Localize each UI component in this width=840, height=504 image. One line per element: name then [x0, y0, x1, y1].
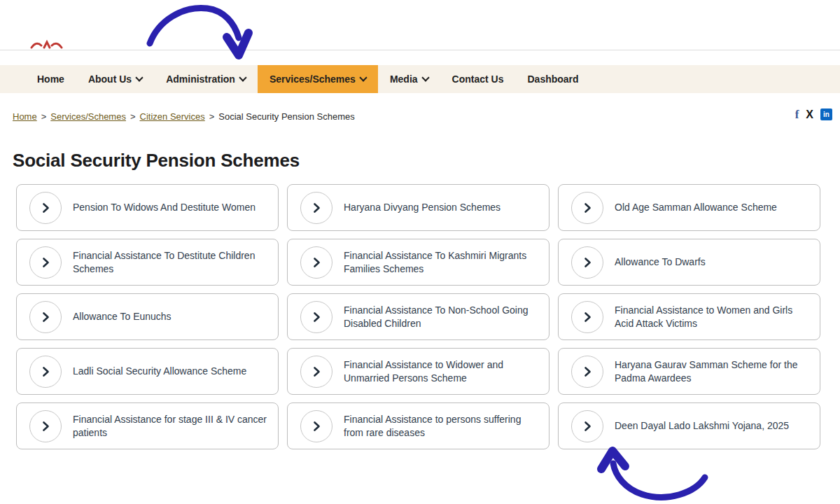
annotation-arrow-services-schemes: [139, 1, 261, 68]
scheme-card-label: Financial Assistance to Women and Girls …: [615, 304, 811, 330]
breadcrumb-separator: >: [130, 111, 136, 122]
nav-item-about-us[interactable]: About Us: [76, 65, 154, 93]
scheme-card-acid-attack-victims[interactable]: Financial Assistance to Women and Girls …: [558, 293, 820, 340]
scheme-card-gaurav-samman-padma[interactable]: Haryana Gaurav Samman Scheme for the Pad…: [558, 348, 820, 395]
chevron-right-icon: [300, 192, 332, 224]
nav-item-contact-us[interactable]: Contact Us: [440, 65, 516, 93]
nav-label: About Us: [88, 74, 132, 85]
social-share-bar: f X in: [795, 108, 832, 120]
chevron-right-icon: [29, 356, 62, 388]
nav-item-services-schemes[interactable]: Services/Schemes: [258, 65, 378, 93]
scheme-card-divyang-pension[interactable]: Haryana Divyang Pension Schemes: [287, 184, 550, 231]
breadcrumb-link-citizen-services[interactable]: Citizen Services: [140, 111, 205, 122]
chevron-right-icon: [300, 410, 332, 442]
scheme-card-label: Financial Assistance to persons sufferin…: [344, 413, 540, 440]
chevron-right-icon: [571, 301, 603, 333]
scheme-card-allowance-eunuchs[interactable]: Allowance To Eunuchs: [16, 293, 279, 340]
nav-label: Administration: [166, 74, 235, 85]
scheme-card-kashmiri-migrants[interactable]: Financial Assistance To Kashmiri Migrant…: [287, 239, 550, 286]
scheme-card-label: Haryana Divyang Pension Schemes: [344, 201, 500, 214]
nav-item-dashboard[interactable]: Dashboard: [515, 65, 590, 93]
page: Home About Us Administration Services/Sc…: [0, 0, 840, 504]
nav-label: Home: [37, 74, 64, 85]
linkedin-icon[interactable]: in: [820, 108, 832, 120]
scheme-card-label: Financial Assistance To Destitute Childr…: [73, 249, 270, 276]
chevron-right-icon: [571, 246, 603, 279]
scheme-card-widower-unmarried[interactable]: Financial Assistance to Widower and Unma…: [287, 348, 550, 395]
logo-stroke: [31, 43, 41, 48]
chevron-right-icon: [29, 410, 62, 442]
scheme-card-rare-diseases[interactable]: Financial Assistance to persons sufferin…: [287, 402, 550, 449]
chevron-down-icon: [359, 74, 367, 81]
scheme-card-label: Financial Assistance To Non-School Going…: [344, 304, 540, 330]
scheme-card-label: Haryana Gaurav Samman Scheme for the Pad…: [615, 358, 811, 385]
arrow-shaft: [613, 463, 705, 497]
scheme-card-lado-lakshmi-yojana[interactable]: Deen Dayal Lado Lakshmi Yojana, 2025: [558, 402, 820, 449]
chevron-right-icon: [29, 301, 62, 333]
scheme-card-label: Deen Dayal Lado Lakshmi Yojana, 2025: [615, 419, 789, 433]
chevron-right-icon: [300, 246, 332, 279]
chevron-right-icon: [571, 192, 603, 224]
chevron-right-icon: [571, 410, 603, 442]
chevron-down-icon: [135, 74, 143, 81]
chevron-right-icon: [300, 356, 332, 388]
chevron-right-icon: [300, 301, 332, 333]
scheme-card-allowance-dwarfs[interactable]: Allowance To Dwarfs: [558, 239, 820, 286]
nav-item-home[interactable]: Home: [25, 65, 76, 93]
annotation-arrow-lado-lakshmi: [592, 442, 714, 504]
scheme-card-label: Financial Assistance for stage III & IV …: [73, 413, 270, 440]
breadcrumb-link-home[interactable]: Home: [13, 111, 37, 122]
breadcrumb-link-services-schemes[interactable]: Services/Schemes: [50, 111, 126, 122]
breadcrumb-separator: >: [41, 111, 47, 122]
nav-label: Services/Schemes: [270, 74, 356, 85]
page-title: Social Security Pension Schemes: [13, 150, 300, 172]
arrow-head: [601, 451, 625, 469]
scheme-card-pension-widows[interactable]: Pension To Widows And Destitute Women: [16, 184, 279, 231]
scheme-card-label: Old Age Samman Allowance Scheme: [615, 201, 777, 214]
scheme-card-destitute-children[interactable]: Financial Assistance To Destitute Childr…: [16, 239, 279, 286]
breadcrumb: Home > Services/Schemes > Citizen Servic…: [13, 111, 355, 122]
scheme-card-grid: Pension To Widows And Destitute Women Ha…: [16, 184, 820, 449]
scheme-card-label: Allowance To Dwarfs: [615, 255, 706, 269]
scheme-card-old-age-samman[interactable]: Old Age Samman Allowance Scheme: [558, 184, 820, 231]
scheme-card-ladli-allowance[interactable]: Ladli Social Security Allowance Scheme: [16, 348, 279, 395]
logo-stroke: [44, 42, 50, 48]
chevron-right-icon: [29, 246, 62, 279]
breadcrumb-separator: >: [209, 111, 215, 122]
scheme-card-label: Financial Assistance to Widower and Unma…: [344, 358, 540, 385]
header-divider: [0, 50, 840, 50]
chevron-down-icon: [239, 74, 246, 81]
nav-label: Media: [390, 74, 418, 85]
scheme-card-label: Financial Assistance To Kashmiri Migrant…: [344, 249, 540, 276]
scheme-card-label: Ladli Social Security Allowance Scheme: [73, 365, 246, 378]
nav-item-media[interactable]: Media: [378, 65, 440, 93]
scheme-card-label: Pension To Widows And Destitute Women: [73, 201, 255, 214]
nav-item-administration[interactable]: Administration: [154, 65, 258, 93]
chevron-right-icon: [29, 192, 62, 224]
breadcrumb-current: Social Security Pension Schemes: [218, 111, 354, 122]
chevron-right-icon: [571, 356, 603, 388]
scheme-card-non-school-disabled[interactable]: Financial Assistance To Non-School Going…: [287, 293, 550, 340]
nav-label: Contact Us: [452, 74, 504, 85]
scheme-card-label: Allowance To Eunuchs: [73, 310, 172, 323]
x-icon[interactable]: X: [806, 109, 813, 120]
arrow-head: [227, 33, 248, 55]
arrow-shaft: [150, 8, 239, 43]
facebook-icon[interactable]: f: [795, 108, 799, 120]
site-logo[interactable]: [29, 38, 63, 50]
main-navbar: Home About Us Administration Services/Sc…: [0, 65, 840, 93]
chevron-down-icon: [421, 74, 429, 81]
scheme-card-cancer-patients[interactable]: Financial Assistance for stage III & IV …: [16, 402, 279, 449]
logo-stroke: [52, 43, 62, 48]
nav-label: Dashboard: [527, 74, 578, 85]
